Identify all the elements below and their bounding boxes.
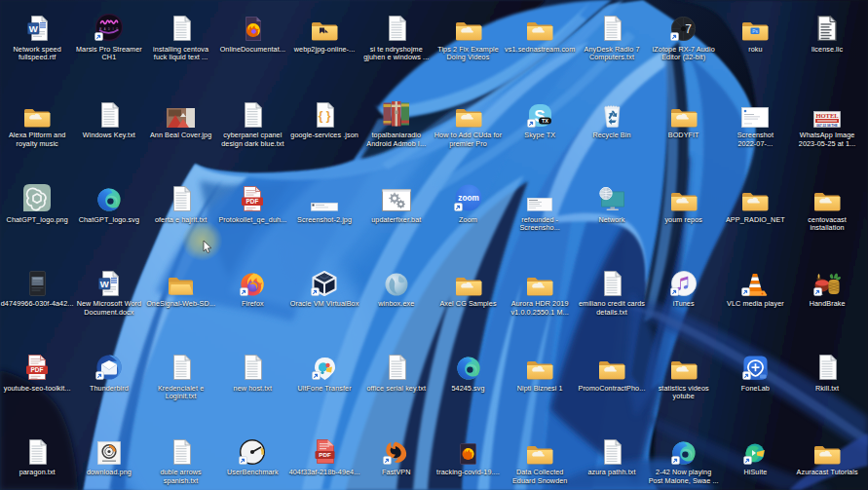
- svg-text:{ }: { }: [319, 109, 331, 123]
- svg-text:Ps: Ps: [753, 29, 759, 34]
- svg-text:HOTEL: HOTEL: [816, 111, 840, 118]
- svg-text:W: W: [28, 23, 37, 34]
- svg-text:7: 7: [685, 22, 692, 36]
- svg-text:zoom: zoom: [458, 194, 478, 203]
- svg-text:R A D I O: R A D I O: [99, 27, 119, 31]
- svg-text:W: W: [100, 278, 109, 288]
- svg-text:PDF: PDF: [31, 366, 44, 373]
- svg-text:TX: TX: [542, 118, 548, 124]
- svg-text:067 22 98 THE: 067 22 98 THE: [816, 123, 837, 127]
- svg-text:PDF: PDF: [246, 198, 259, 205]
- svg-text:PDF: PDF: [319, 451, 331, 458]
